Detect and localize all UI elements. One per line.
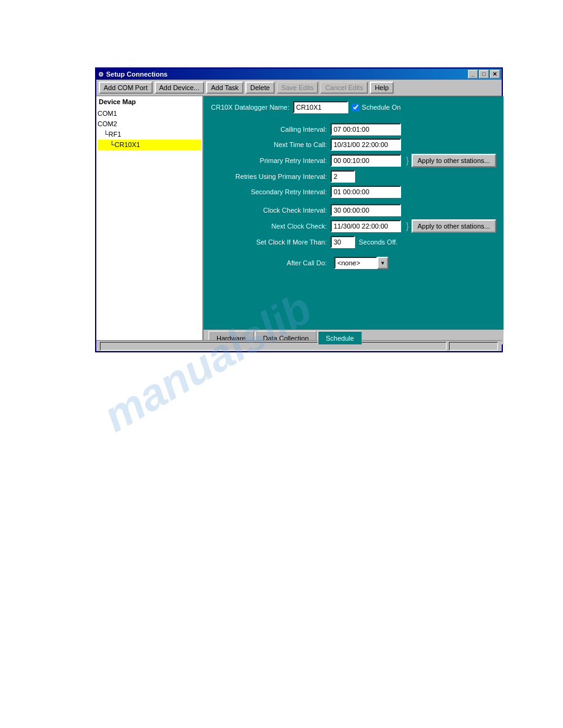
content-area: Device Map COM1 COM2 └RF1 └CR10X1 CR10X …	[96, 96, 502, 344]
window-icon: ⚙	[98, 71, 104, 78]
tree-item-rf1[interactable]: └RF1	[98, 129, 201, 140]
close-button[interactable]: ✕	[490, 70, 500, 78]
secondary-retry-row: Secondary Retry Interval:	[211, 186, 496, 198]
datalogger-name-row: CR10X Datalogger Name: Schedule On	[211, 101, 496, 113]
seconds-off-label: Seconds Off.	[359, 238, 397, 246]
next-time-to-call-label: Next Time to Call:	[211, 141, 331, 148]
bracket-2: }	[406, 221, 409, 231]
calling-interval-input[interactable]	[331, 123, 401, 135]
calling-interval-label: Calling Interval:	[211, 126, 331, 133]
clock-check-interval-row: Clock Check Interval:	[211, 204, 496, 216]
add-com-port-button[interactable]: Add COM Port	[99, 82, 153, 94]
after-call-do-label: After Call Do:	[211, 259, 331, 267]
clock-check-interval-label: Clock Check Interval:	[211, 207, 331, 214]
clock-check-interval-input[interactable]	[331, 204, 401, 216]
minimize-button[interactable]: _	[468, 70, 478, 78]
secondary-retry-input[interactable]	[331, 186, 401, 198]
device-map-panel: Device Map COM1 COM2 └RF1 └CR10X1	[96, 96, 204, 344]
maximize-button[interactable]: □	[479, 70, 489, 78]
tree-item-com1[interactable]: COM1	[98, 108, 201, 119]
dropdown-arrow-icon[interactable]: ▼	[377, 257, 388, 269]
setup-connections-window: ⚙ Setup Connections _ □ ✕ Add COM Port A…	[95, 67, 503, 352]
next-clock-check-input[interactable]	[331, 220, 401, 232]
set-clock-input[interactable]	[331, 236, 355, 248]
device-map-title: Device Map	[98, 97, 201, 106]
set-clock-row: Set Clock If More Than: Seconds Off.	[211, 236, 496, 248]
window-controls: _ □ ✕	[468, 70, 500, 78]
cancel-edits-button[interactable]: Cancel Edits	[320, 82, 368, 94]
calling-interval-row: Calling Interval:	[211, 123, 496, 135]
next-time-to-call-input[interactable]	[331, 138, 401, 151]
after-call-do-row: After Call Do: ▼	[211, 257, 496, 269]
retries-using-primary-label: Retries Using Primary Interval:	[211, 173, 331, 180]
toolbar: Add COM Port Add Device... Add Task Dele…	[96, 80, 502, 96]
add-device-button[interactable]: Add Device...	[155, 82, 204, 94]
tree-item-com2[interactable]: COM2	[98, 119, 201, 129]
tree-item-cr10x1[interactable]: └CR10X1	[98, 140, 201, 150]
secondary-retry-label: Secondary Retry Interval:	[211, 188, 331, 195]
next-clock-check-label: Next Clock Check:	[211, 222, 331, 230]
next-clock-check-row: Next Clock Check: } Apply to other stati…	[211, 219, 496, 233]
device-tree: COM1 COM2 └RF1 └CR10X1	[98, 108, 201, 150]
schedule-on-label: Schedule On	[352, 104, 401, 111]
tab-schedule[interactable]: Schedule	[318, 331, 362, 344]
status-field-right	[449, 342, 498, 351]
apply-to-stations-2-button[interactable]: Apply to other stations...	[412, 219, 496, 233]
right-panel: CR10X Datalogger Name: Schedule On Calli…	[204, 96, 504, 344]
window-title: Setup Connections	[106, 70, 167, 78]
status-bar	[96, 340, 502, 351]
retries-using-primary-input[interactable]	[331, 170, 355, 183]
add-task-button[interactable]: Add Task	[206, 82, 243, 94]
after-call-do-input[interactable]	[334, 257, 377, 269]
next-time-to-call-row: Next Time to Call:	[211, 138, 496, 151]
after-call-do-dropdown[interactable]: ▼	[334, 257, 388, 269]
title-bar: ⚙ Setup Connections _ □ ✕	[96, 69, 502, 80]
primary-retry-input[interactable]	[331, 154, 401, 167]
schedule-group-2: Clock Check Interval: Next Clock Check: …	[211, 204, 496, 248]
delete-button[interactable]: Delete	[245, 82, 275, 94]
bracket-1: }	[406, 156, 409, 165]
retries-using-primary-row: Retries Using Primary Interval:	[211, 170, 496, 183]
set-clock-label: Set Clock If More Than:	[211, 238, 331, 246]
datalogger-name-label: CR10X Datalogger Name:	[211, 104, 289, 111]
save-edits-button[interactable]: Save Edits	[277, 82, 319, 94]
help-button[interactable]: Help	[370, 82, 394, 94]
status-field-left	[100, 342, 446, 351]
primary-retry-row: Primary Retry Interval: } Apply to other…	[211, 154, 496, 167]
apply-to-stations-1-button[interactable]: Apply to other stations...	[412, 154, 496, 167]
schedule-group-1: Calling Interval: Next Time to Call: Pri…	[211, 123, 496, 198]
datalogger-name-input[interactable]	[293, 101, 348, 113]
primary-retry-label: Primary Retry Interval:	[211, 157, 331, 164]
schedule-on-checkbox[interactable]	[352, 104, 359, 111]
